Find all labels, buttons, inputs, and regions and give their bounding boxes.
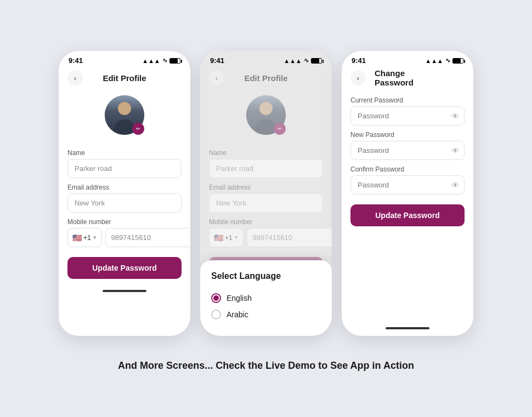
phone2-wrapper: 9:41 ▲▲▲ ∿ ‹ Edit Profile ✏ (200, 51, 332, 336)
phone1: 9:41 ▲▲▲ ∿ ‹ Edit Profile ✏ Name E (59, 51, 190, 336)
back-button-1[interactable]: ‹ (67, 70, 83, 85)
email-label-2: Email address (209, 184, 323, 191)
home-indicator-1 (103, 290, 146, 292)
name-label-2: Name (209, 149, 323, 157)
mobile-label-2: Mobile number (209, 218, 323, 226)
screen-title-2: Edit Profile (244, 73, 287, 83)
battery-icon-2 (311, 58, 322, 64)
status-time-1: 9:41 (69, 56, 83, 65)
status-icons-2: ▲▲▲ ∿ (284, 57, 322, 64)
sheet-title: Select Language (211, 271, 321, 281)
phone-row-1: 🇺🇸 +1 ▼ (67, 228, 182, 247)
new-pw-input[interactable] (350, 141, 465, 160)
new-pw-label: New Password (350, 131, 465, 139)
back-button-2[interactable]: ‹ (209, 70, 224, 85)
status-bar-1: 9:41 ▲▲▲ ∿ (59, 51, 190, 68)
avatar-wrapper-2: ✏ (246, 95, 286, 135)
confirm-pw-wrapper: 👁 (350, 175, 465, 195)
status-icons-3: ▲▲▲ ∿ (425, 57, 463, 64)
status-bar-2: 9:41 ▲▲▲ ∿ (200, 51, 332, 68)
status-icons-1: ▲▲▲ ∿ (142, 57, 180, 64)
phone-input-2[interactable] (247, 228, 332, 247)
status-bar-3: 9:41 ▲▲▲ ∿ (342, 51, 473, 68)
signal-icon-3: ▲▲▲ (425, 58, 443, 64)
email-input-2[interactable] (209, 193, 323, 213)
confirm-pw-label: Confirm Password (350, 165, 465, 173)
signal-icon-2: ▲▲▲ (284, 58, 302, 64)
name-input-1[interactable] (67, 159, 182, 178)
country-code-2: +1 (225, 234, 233, 242)
name-input-2[interactable] (209, 159, 323, 178)
radio-english-fill (213, 295, 219, 301)
chevron-down-1: ▼ (93, 235, 97, 240)
phones-container: 9:41 ▲▲▲ ∿ ‹ Edit Profile ✏ Name E (48, 29, 484, 347)
phone2: 9:41 ▲▲▲ ∿ ‹ Edit Profile ✏ (200, 51, 332, 336)
battery-icon-1 (169, 58, 180, 64)
chevron-down-2: ▼ (234, 235, 239, 240)
radio-arabic (211, 310, 221, 319)
avatar-section-2: ✏ (200, 91, 332, 144)
eye-icon-2[interactable]: 👁 (451, 146, 459, 155)
home-indicator-3 (386, 327, 429, 329)
eye-icon-3[interactable]: 👁 (451, 181, 459, 190)
avatar-wrapper-1: ✏ (105, 95, 144, 135)
battery-icon-3 (452, 58, 463, 64)
back-button-3[interactable]: ‹ (350, 70, 366, 85)
current-pw-input[interactable] (350, 106, 465, 125)
new-pw-wrapper: 👁 (350, 141, 465, 160)
flag-2: 🇺🇸 (214, 233, 223, 242)
confirm-pw-input[interactable] (350, 175, 465, 195)
form-2: Name Email address Mobile number 🇺🇸 +1 ▼ (200, 144, 332, 247)
wifi-icon-3: ∿ (445, 57, 450, 64)
radio-english (211, 293, 221, 303)
update-pw-btn[interactable]: Update Password (350, 204, 465, 226)
edit-badge-2[interactable]: ✏ (274, 123, 286, 135)
status-time-2: 9:41 (210, 56, 224, 65)
name-label-1: Name (67, 149, 182, 157)
screen-header-2: ‹ Edit Profile (200, 68, 332, 91)
wifi-icon-1: ∿ (162, 57, 167, 64)
phone-row-2: 🇺🇸 +1 ▼ (209, 228, 323, 247)
wifi-icon-2: ∿ (304, 57, 309, 64)
status-time-3: 9:41 (352, 56, 366, 65)
current-pw-wrapper: 👁 (350, 106, 465, 125)
current-pw-label: Current Password (350, 96, 465, 104)
signal-icon-1: ▲▲▲ (142, 58, 160, 64)
screen-title-3: Change Password (375, 68, 440, 87)
phone3: 9:41 ▲▲▲ ∿ ‹ Change Password Current Pas… (342, 51, 473, 336)
country-code-1: +1 (83, 234, 91, 242)
email-label-1: Email address (67, 184, 182, 191)
form-1: Name Email address Mobile number 🇺🇸 +1 ▼ (59, 144, 190, 247)
language-sheet: Select Language English Arabic (200, 260, 332, 336)
update-btn-1[interactable]: Update Password (67, 257, 182, 279)
country-select-2[interactable]: 🇺🇸 +1 ▼ (209, 228, 244, 247)
mobile-label-1: Mobile number (67, 218, 182, 226)
bottom-text: And More Screens... Check the Live Demo … (107, 347, 425, 388)
lang-option-english[interactable]: English (211, 290, 321, 306)
country-select-1[interactable]: 🇺🇸 +1 ▼ (67, 228, 102, 247)
form-3: Current Password 👁 New Password 👁 Confir… (342, 91, 473, 195)
edit-badge-1[interactable]: ✏ (132, 123, 144, 135)
flag-1: 🇺🇸 (72, 233, 82, 242)
lang-option-arabic[interactable]: Arabic (211, 306, 321, 323)
avatar-section-1: ✏ (59, 91, 190, 144)
lang-label-english: English (227, 294, 252, 302)
eye-icon-1[interactable]: 👁 (451, 112, 459, 121)
screen-header-1: ‹ Edit Profile (59, 68, 190, 91)
email-input-1[interactable] (67, 193, 182, 213)
screen-header-3: ‹ Change Password (342, 68, 473, 91)
phone-input-1[interactable] (105, 228, 190, 247)
lang-label-arabic: Arabic (227, 310, 248, 319)
screen-title-1: Edit Profile (103, 73, 146, 83)
